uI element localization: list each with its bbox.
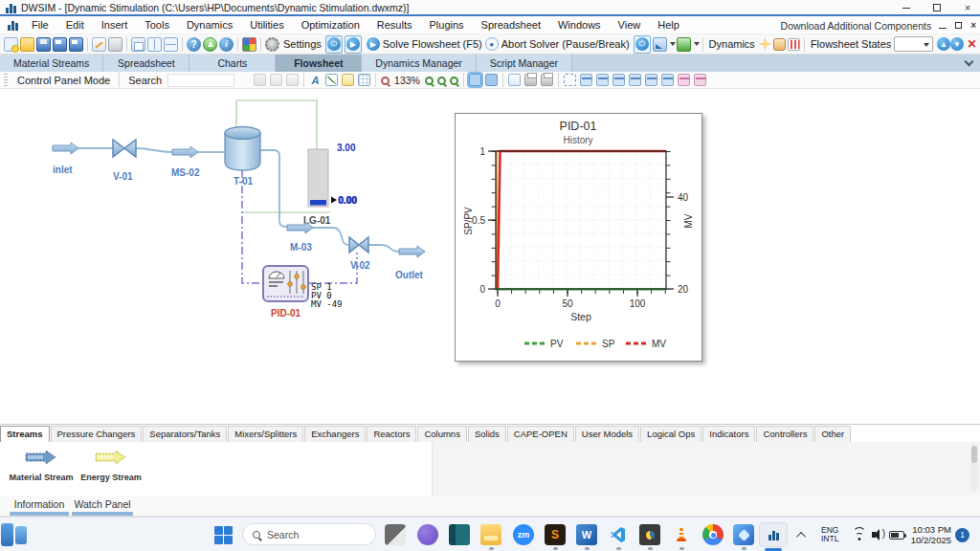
toolbar-grip[interactable] [4, 74, 8, 87]
flowsheet-canvas[interactable]: inlet V-01 MS-02 T-01 3.00 0.00 LG-01 [0, 89, 980, 424]
volume-indicator[interactable]: ) [872, 518, 885, 551]
battery-indicator[interactable] [889, 518, 904, 551]
start-button[interactable] [212, 524, 234, 545]
tile-horizontal-icon[interactable] [164, 37, 178, 52]
abort-solver-button[interactable]: Abort Solver (Pause/Break) [501, 38, 630, 50]
tab-material-streams[interactable]: Material Streams [0, 55, 103, 72]
palette-tab-solids[interactable]: Solids [468, 426, 506, 442]
node-t01[interactable]: T-01 [225, 127, 260, 187]
cut-icon[interactable] [254, 74, 266, 86]
menu-windows[interactable]: Windows [549, 17, 610, 33]
palette-tab-logical-ops[interactable]: Logical Ops [640, 426, 702, 442]
menu-tools[interactable]: Tools [136, 17, 178, 33]
task-view-icon[interactable] [385, 524, 406, 545]
chrome-icon[interactable] [702, 524, 724, 545]
menu-spreadsheet[interactable]: Spreadsheet [473, 17, 549, 33]
script-tool-caret[interactable] [694, 42, 700, 46]
dynamics-wizard-icon[interactable] [759, 38, 771, 51]
select-all-icon[interactable] [564, 74, 576, 86]
palette-tab-reactors[interactable]: Reactors [367, 426, 416, 442]
mdi-close-button[interactable]: × [970, 20, 976, 31]
tab-dynamics-manager[interactable]: Dynamics Manager [362, 55, 476, 72]
language-indicator[interactable]: ENG INTL [821, 526, 838, 551]
taskbar-search[interactable]: Search [242, 523, 376, 545]
tray-expand-button[interactable] [799, 518, 806, 551]
tab-overflow-chevron-icon[interactable] [965, 57, 974, 67]
add-table-icon[interactable] [358, 74, 370, 86]
palette-item-material-stream[interactable]: Material Stream [5, 446, 78, 482]
flowsheet-states-combobox[interactable] [894, 36, 933, 52]
solve-flowsheet-icon[interactable]: ▶ [367, 37, 380, 51]
taskbar-clock[interactable]: 10:03 PM 10/2/2025 [909, 524, 951, 551]
tab-spreadsheet[interactable]: Spreadsheet [103, 55, 189, 72]
settings-gear-icon[interactable] [265, 37, 279, 52]
palette-tab-pressure-changers[interactable]: Pressure Changers [51, 426, 143, 442]
palette-tab-separators-tanks[interactable]: Separators/Tanks [143, 426, 227, 442]
align-top-icon[interactable] [629, 74, 641, 86]
state-up-icon[interactable]: ▲ [937, 37, 950, 51]
menu-view[interactable]: View [610, 17, 650, 33]
palette-tab-exchangers[interactable]: Exchangers [304, 426, 366, 442]
node-inlet[interactable]: inlet [53, 143, 78, 175]
dock-tab-information[interactable]: Information [10, 498, 69, 516]
menu-help[interactable]: Help [649, 17, 688, 33]
state-down-icon[interactable]: ▼ [950, 37, 964, 51]
save-icon[interactable] [36, 37, 51, 52]
python-console-icon[interactable] [639, 524, 660, 545]
node-v01[interactable]: V-01 [113, 140, 136, 182]
menu-optimization[interactable]: Optimization [293, 17, 368, 33]
run-mode-toggle[interactable]: ▶ [345, 35, 362, 54]
zoom-out-icon[interactable] [381, 77, 390, 85]
vlc-icon[interactable] [671, 524, 692, 545]
add-text-icon[interactable]: A [309, 74, 322, 86]
chat-app-icon[interactable] [417, 524, 438, 545]
palette-tab-streams[interactable]: Streams [0, 426, 50, 442]
palette-item-energy-stream[interactable]: Energy Stream [75, 446, 147, 482]
distribute-horizontal-icon[interactable] [678, 74, 690, 86]
palette-tab-controllers[interactable]: Controllers [756, 426, 813, 442]
node-lg01-level-gauge[interactable]: 3.00 0.00 LG-01 [303, 143, 357, 226]
file-explorer-icon[interactable] [480, 524, 501, 545]
export-image-icon[interactable] [508, 74, 521, 86]
save-as-icon[interactable] [53, 37, 67, 52]
print-icon[interactable] [524, 74, 537, 86]
tab-charts[interactable]: Charts [189, 55, 276, 72]
photos-icon[interactable] [733, 524, 754, 545]
new-file-icon[interactable] [4, 37, 18, 52]
maximize-button[interactable] [928, 2, 946, 14]
pinned-app-left-1-icon[interactable] [1, 523, 13, 546]
palette-tab-cape-open[interactable]: CAPE-OPEN [507, 426, 574, 442]
sublime-text-icon[interactable]: S [545, 524, 566, 545]
check-updates-icon[interactable] [203, 37, 217, 52]
menu-utilities[interactable]: Utilities [241, 17, 292, 33]
zoom-selected-icon[interactable] [450, 77, 458, 85]
menu-insert[interactable]: Insert [93, 17, 137, 33]
chart-tool-icon[interactable] [653, 37, 667, 52]
zoom-in-icon[interactable] [425, 77, 434, 85]
zoom-fit-icon[interactable] [437, 77, 446, 85]
pid-history-chart-panel[interactable]: PID-01 History 1 0.5 0 40 20 [455, 113, 702, 362]
minimize-button[interactable] [898, 2, 915, 14]
settings-button[interactable]: Settings [283, 38, 322, 50]
print-preview-icon[interactable] [541, 74, 553, 86]
word-icon[interactable]: W [576, 524, 597, 545]
app-gallery-icon[interactable] [242, 37, 256, 52]
align-right-icon[interactable] [612, 74, 625, 86]
open-file-icon[interactable] [20, 37, 34, 52]
copy-icon[interactable] [270, 74, 282, 86]
node-outlet[interactable]: Outlet [395, 246, 425, 280]
node-m03[interactable]: M-03 [287, 222, 313, 253]
tile-vertical-icon[interactable] [147, 37, 162, 52]
notification-badge[interactable]: 1 [955, 518, 969, 551]
cascade-windows-icon[interactable] [131, 37, 145, 52]
snap-toggle-icon[interactable] [485, 74, 498, 86]
node-ms02[interactable]: MS-02 [171, 146, 200, 178]
edit-general-settings-icon[interactable] [92, 37, 106, 52]
distribute-vertical-icon[interactable] [694, 74, 706, 86]
teal-app-icon[interactable] [449, 524, 470, 545]
wifi-indicator[interactable] [852, 518, 867, 551]
zoom-app-icon[interactable]: zm [513, 524, 534, 545]
flowsheet-search-input[interactable] [167, 74, 234, 87]
dwsim-taskbar-button[interactable] [759, 522, 788, 547]
script-tool-icon[interactable] [677, 37, 691, 52]
